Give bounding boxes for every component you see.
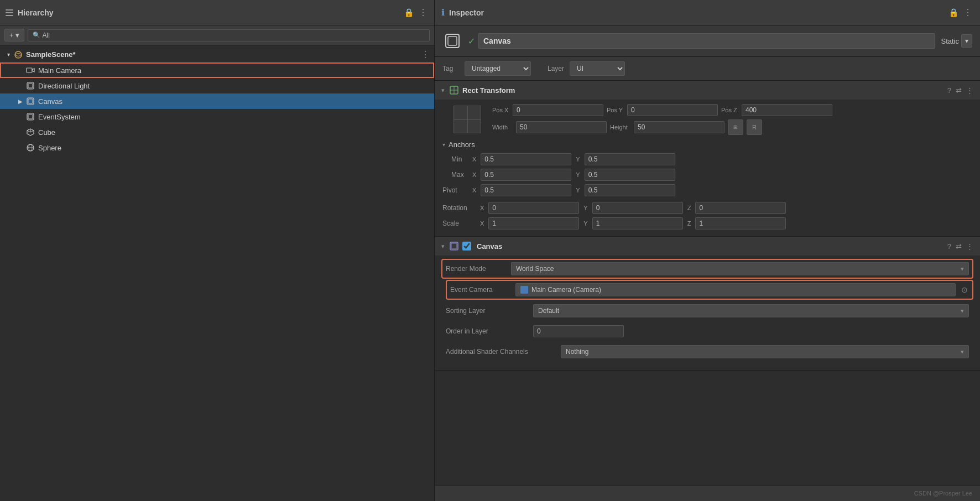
anchor-cell-br — [468, 120, 481, 133]
scale-x-input[interactable]: 1 — [488, 217, 579, 229]
rotation-label: Rotation — [442, 204, 476, 212]
hierarchy-header: Hierarchy 🔒 ⋮ — [0, 0, 434, 25]
rt-anchor-placeholder — [442, 106, 492, 133]
add-button[interactable]: + ▾ — [4, 29, 24, 41]
main-camera-label: Main Camera — [38, 66, 81, 75]
pos-y-field: Pos Y 0 — [607, 104, 718, 116]
shader-channels-dropdown[interactable]: Nothing ▾ — [561, 345, 969, 358]
canvas-collapse-arrow: ▾ — [441, 243, 445, 250]
search-input[interactable] — [43, 32, 425, 39]
scene-icon — [13, 50, 23, 60]
pos-x-input[interactable]: 0 — [513, 104, 603, 116]
anchors-toggle[interactable]: ▾ Anchors — [442, 138, 972, 151]
hierarchy-item-cube[interactable]: ▶ Cube — [0, 124, 434, 140]
canvas-comp-header[interactable]: ▾ Canvas ? ⇄ ⋮ — [435, 237, 980, 255]
anchor-min-y-input[interactable]: 0.5 — [585, 153, 675, 165]
rt-help-icon[interactable]: ? — [947, 86, 951, 95]
anchor-max-y-input[interactable]: 0.5 — [585, 169, 675, 181]
event-camera-ref[interactable]: Main Camera (Camera) — [515, 283, 956, 296]
event-camera-row: Event Camera Main Camera (Camera) ⊙ — [447, 281, 972, 299]
more-options-icon[interactable]: ⋮ — [418, 7, 429, 18]
anchor-min-x-input[interactable]: 0.5 — [481, 153, 571, 165]
canvas-comp-icon — [449, 241, 459, 251]
pivot-y-input[interactable]: 0.5 — [585, 184, 675, 196]
svg-rect-6 — [28, 99, 33, 103]
scale-row: Scale X 1 Y 1 Z 1 — [442, 217, 972, 229]
layer-dropdown[interactable]: UI — [570, 61, 625, 76]
anchor-cell-tl — [454, 106, 467, 119]
menu-icon[interactable] — [6, 9, 13, 16]
render-mode-dropdown[interactable]: World Space ▾ — [511, 262, 969, 275]
svg-rect-21 — [451, 243, 457, 249]
sorting-layer-dropdown[interactable]: Default ▾ — [533, 304, 969, 317]
info-icon: ℹ — [441, 7, 445, 18]
add-label: + — [9, 31, 14, 39]
scale-y-input[interactable]: 1 — [592, 217, 683, 229]
rt-r-btn[interactable]: R — [747, 119, 762, 135]
pivot-x-input[interactable]: 0.5 — [481, 184, 571, 196]
svg-rect-17 — [448, 36, 457, 45]
directional-light-label: Directional Light — [38, 82, 90, 90]
render-mode-value: World Space — [516, 265, 554, 273]
scene-options-icon[interactable]: ⋮ — [421, 49, 430, 60]
svg-rect-8 — [28, 114, 33, 119]
order-in-layer-input[interactable]: 0 — [533, 325, 624, 337]
hierarchy-item-directional-light[interactable]: ▶ Directional Light — [0, 78, 434, 93]
pos-z-field: Pos Z 400 — [721, 104, 832, 116]
svg-point-0 — [15, 51, 22, 58]
expand-scene-arrow: ▾ — [4, 51, 12, 59]
hierarchy-item-main-camera[interactable]: ▶ Main Camera — [0, 62, 434, 78]
pos-z-input[interactable]: 400 — [742, 104, 832, 116]
scene-root-item[interactable]: ▾ SampleScene* ⋮ — [0, 46, 434, 62]
tag-label: Tag — [442, 65, 459, 72]
anchor-max-x-input[interactable]: 0.5 — [481, 169, 571, 181]
canvas-settings-icon[interactable]: ⇄ — [956, 242, 962, 251]
header-left: Hierarchy — [6, 8, 54, 17]
height-input[interactable]: 50 — [634, 121, 724, 133]
sorting-layer-value: Default — [538, 307, 559, 315]
event-system-label: EventSystem — [38, 113, 81, 121]
rt-more-icon[interactable]: ⋮ — [966, 86, 973, 95]
order-in-layer-row: Order in Layer 0 — [442, 323, 972, 340]
anchor-min-y-label: Y — [576, 156, 580, 163]
hierarchy-item-event-system[interactable]: ▶ EventSystem — [0, 109, 434, 124]
hierarchy-item-canvas[interactable]: ▶ Canvas — [0, 93, 434, 109]
rt-settings-icon[interactable]: ⇄ — [956, 86, 962, 95]
rt-body: Pos X 0 Pos Y 0 Pos Z 400 — [435, 100, 980, 236]
event-system-icon — [25, 112, 35, 122]
anchor-widget — [453, 106, 481, 133]
rot-z-input[interactable]: 0 — [695, 202, 786, 214]
canvas-enabled-checkbox[interactable] — [462, 242, 471, 251]
shader-channels-value: Nothing — [566, 348, 588, 356]
inspector-more-icon[interactable]: ⋮ — [962, 7, 973, 18]
rot-x-label: X — [480, 205, 484, 211]
canvas-more-icon[interactable]: ⋮ — [966, 242, 973, 251]
sorting-layer-label: Sorting Layer — [446, 307, 529, 315]
event-camera-target-btn[interactable]: ⊙ — [960, 284, 969, 295]
hierarchy-item-sphere[interactable]: ▶ Sphere — [0, 140, 434, 155]
rot-x-input[interactable]: 0 — [488, 202, 579, 214]
rt-blueprint-btn[interactable]: ⊞ — [728, 119, 743, 135]
anchor-max-y-label: Y — [576, 171, 580, 178]
pivot-y-label: Y — [576, 187, 580, 194]
width-input[interactable]: 50 — [516, 121, 607, 133]
tag-dropdown[interactable]: Untagged — [465, 61, 531, 76]
scale-z-input[interactable]: 1 — [695, 217, 786, 229]
inspector-panel: ℹ Inspector 🔒 ⋮ ✓ Canvas Static — [435, 0, 980, 501]
object-name-input[interactable]: Canvas — [478, 33, 935, 49]
lock-icon[interactable]: 🔒 — [404, 8, 414, 18]
sphere-label: Sphere — [38, 144, 61, 152]
rect-transform-header[interactable]: ▾ Rect Transform ? ⇄ ⋮ — [435, 81, 980, 100]
pos-y-input[interactable]: 0 — [627, 104, 718, 116]
rot-y-input[interactable]: 0 — [592, 202, 683, 214]
rect-transform-section: ▾ Rect Transform ? ⇄ ⋮ — [435, 81, 980, 237]
shader-channels-row: Additional Shader Channels Nothing ▾ — [442, 343, 972, 361]
inspector-lock-icon[interactable]: 🔒 — [948, 8, 959, 18]
anchor-cell-bl — [454, 120, 467, 133]
static-dropdown[interactable]: ▾ — [961, 34, 972, 48]
anchor-fields: Min X 0.5 Y 0.5 Max X 0.5 Y 0.5 — [442, 153, 972, 181]
canvas-help-icon[interactable]: ? — [947, 242, 951, 251]
size-row: Width 50 Height 50 ⊞ R — [492, 119, 972, 135]
canvas-header-right: ? ⇄ ⋮ — [947, 242, 973, 251]
static-section: Static ▾ — [941, 34, 972, 48]
